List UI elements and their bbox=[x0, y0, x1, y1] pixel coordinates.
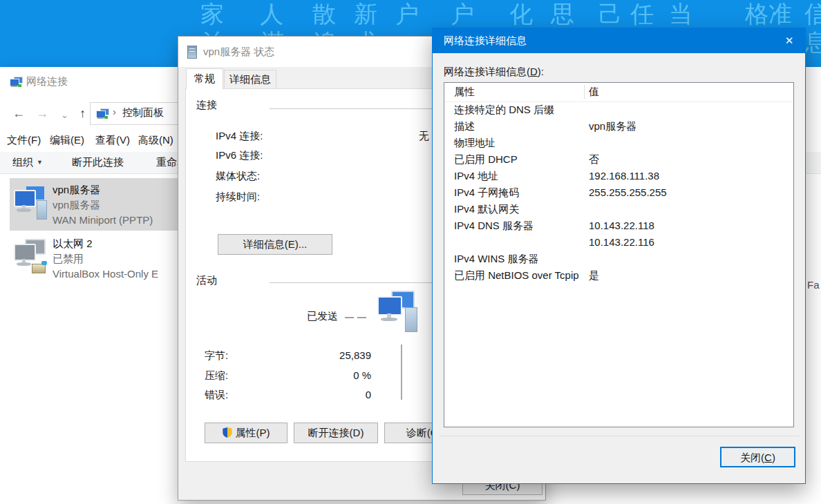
table-row[interactable]: 已启用 DHCP否 bbox=[444, 151, 793, 168]
errors-label: 错误: bbox=[205, 389, 228, 402]
media-state-label: 媒体状态: bbox=[216, 170, 260, 183]
watermark-char: 息 bbox=[804, 30, 821, 54]
row-value: 是 bbox=[589, 267, 599, 284]
sent-label: 已发送 bbox=[307, 310, 338, 323]
watermark-char: 格 bbox=[745, 2, 768, 26]
table-row[interactable]: IPv4 DNS 服务器10.143.22.118 bbox=[444, 217, 793, 234]
connection-device: WAN Miniport (PPTP) bbox=[53, 214, 153, 226]
sent-dash-icon bbox=[345, 317, 354, 318]
connection-status: vpn服务器 bbox=[53, 199, 100, 212]
organize-button[interactable]: 组织▼ bbox=[12, 156, 43, 169]
table-row[interactable]: 描述vpn服务器 bbox=[444, 118, 793, 135]
breadcrumb-item[interactable]: 控制面板 bbox=[122, 106, 164, 119]
details-table-header: 属性 值 bbox=[444, 83, 793, 102]
menu-item-view[interactable]: 查看(V) bbox=[95, 134, 130, 147]
connection-status: 已禁用 bbox=[53, 253, 84, 266]
menu-item-edit[interactable]: 编辑(E) bbox=[50, 134, 84, 147]
row-property: 已启用 DHCP bbox=[454, 151, 518, 168]
watermark-char: 家 bbox=[200, 2, 224, 26]
server-icon bbox=[187, 46, 197, 59]
activity-group-label: 活动 bbox=[196, 274, 217, 287]
status-dialog-title: vpn服务器 状态 bbox=[203, 46, 274, 59]
row-value: 192.168.111.38 bbox=[589, 168, 659, 184]
table-row[interactable]: 物理地址 bbox=[444, 135, 793, 151]
connection-device: VirtualBox Host-Only E bbox=[53, 268, 158, 280]
row-property: IPv4 DNS 服务器 bbox=[454, 217, 534, 234]
details-table-rows: 连接特定的 DNS 后缀描述vpn服务器物理地址已启用 DHCP否IPv4 地址… bbox=[444, 101, 793, 284]
watermark-char: 信 bbox=[804, 2, 821, 26]
connection-details-dialog: 网络连接详细信息 ✕ 网络连接详细信息(D): 属性 值 连接特定的 DNS 后… bbox=[432, 28, 806, 484]
bytes-label: 字节: bbox=[205, 349, 228, 362]
disconnect-connection-button[interactable]: 断开此连接 bbox=[72, 156, 124, 169]
details-list-label: 网络连接详细信息(D): bbox=[444, 66, 544, 79]
breadcrumb-chevron-icon: › bbox=[113, 106, 116, 117]
forward-button[interactable]: → bbox=[36, 104, 48, 122]
activity-computers-icon bbox=[376, 291, 422, 335]
row-property: 已启用 NetBIOS over Tcpip bbox=[454, 267, 579, 284]
compression-label: 压缩: bbox=[205, 369, 228, 382]
close-button[interactable]: 关闭(C) bbox=[720, 447, 795, 467]
folder-location-icon bbox=[96, 108, 108, 119]
recent-locations-button[interactable]: ⌄ bbox=[61, 106, 68, 124]
details-dialog-titlebar: 网络连接详细信息 ✕ bbox=[433, 28, 805, 53]
details-dialog-title: 网络连接详细信息 bbox=[444, 35, 527, 48]
table-row[interactable]: IPv4 WINS 服务器 bbox=[444, 251, 793, 267]
watermark-char: 新 bbox=[354, 2, 377, 26]
connection-name: 以太网 2 bbox=[53, 238, 93, 251]
table-row[interactable]: IPv4 地址192.168.111.38 bbox=[444, 168, 793, 184]
watermark-char: 人 bbox=[260, 2, 283, 26]
watermark-char: 任 bbox=[630, 2, 654, 26]
column-header-property[interactable]: 属性 bbox=[454, 86, 475, 99]
row-property: 连接特定的 DNS 后缀 bbox=[454, 101, 554, 118]
table-row[interactable]: 连接特定的 DNS 后缀 bbox=[444, 101, 793, 118]
close-x-button[interactable]: ✕ bbox=[773, 28, 805, 53]
tab-general[interactable]: 常规 bbox=[186, 68, 223, 89]
ipv6-connection-label: IPv6 连接: bbox=[216, 149, 263, 162]
row-value: 否 bbox=[589, 151, 599, 168]
row-property: IPv4 默认网关 bbox=[454, 201, 519, 217]
row-value: 10.143.22.116 bbox=[589, 234, 654, 251]
watermark-char: 己 bbox=[598, 2, 622, 26]
connection-group-label: 连接 bbox=[196, 99, 217, 112]
row-value: vpn服务器 bbox=[589, 118, 636, 135]
duration-label: 持续时间: bbox=[216, 191, 260, 204]
watermark-char: 户 bbox=[395, 2, 419, 26]
properties-button[interactable]: 属性(P) bbox=[205, 423, 287, 443]
watermark-char: 户 bbox=[451, 2, 474, 26]
menu-item-file[interactable]: 文件(F) bbox=[7, 134, 41, 147]
details-button[interactable]: 详细信息(E)... bbox=[218, 234, 332, 255]
adapter-name-fragment: Fa bbox=[807, 279, 820, 291]
row-property: 物理地址 bbox=[454, 135, 496, 151]
row-value: 10.143.22.118 bbox=[589, 217, 654, 234]
row-property: 描述 bbox=[454, 118, 475, 135]
tab-details[interactable]: 详细信息 bbox=[224, 70, 276, 88]
ipv4-connection-label: IPv4 连接: bbox=[216, 130, 263, 143]
column-header-value[interactable]: 值 bbox=[589, 86, 599, 99]
row-property: IPv4 子网掩码 bbox=[454, 184, 519, 201]
bytes-value: 25,839 bbox=[276, 349, 371, 361]
table-row[interactable]: IPv4 默认网关 bbox=[444, 201, 793, 217]
network-connections-icon bbox=[10, 77, 22, 87]
watermark-char: 准 bbox=[768, 2, 792, 26]
disconnect-button[interactable]: 断开连接(D) bbox=[294, 423, 378, 443]
errors-value: 0 bbox=[276, 389, 371, 400]
menu-item-advanced[interactable]: 高级(N) bbox=[138, 134, 173, 147]
watermark-char: 当 bbox=[669, 2, 692, 26]
details-table: 属性 值 连接特定的 DNS 后缀描述vpn服务器物理地址已启用 DHCP否IP… bbox=[444, 82, 794, 427]
watermark-char: 思 bbox=[551, 2, 574, 26]
ethernet-connection-icon bbox=[14, 239, 50, 278]
activity-divider bbox=[401, 345, 402, 400]
up-button[interactable]: ↑ bbox=[79, 104, 86, 122]
connection-name: vpn服务器 bbox=[53, 184, 100, 197]
back-button[interactable]: ← bbox=[12, 104, 25, 122]
vpn-connection-icon bbox=[14, 185, 50, 224]
row-property: IPv4 WINS 服务器 bbox=[454, 251, 539, 267]
watermark-char: 化 bbox=[509, 2, 533, 26]
window-title: 网络连接 bbox=[26, 75, 68, 88]
row-value: 255.255.255.255 bbox=[589, 184, 667, 201]
table-row[interactable]: 已启用 NetBIOS over Tcpip是 bbox=[444, 267, 793, 284]
header-column-divider bbox=[584, 85, 585, 99]
table-row[interactable]: IPv4 子网掩码255.255.255.255 bbox=[444, 184, 793, 201]
table-row[interactable]: 10.143.22.116 bbox=[444, 234, 793, 251]
organize-caret-icon: ▼ bbox=[37, 159, 43, 166]
